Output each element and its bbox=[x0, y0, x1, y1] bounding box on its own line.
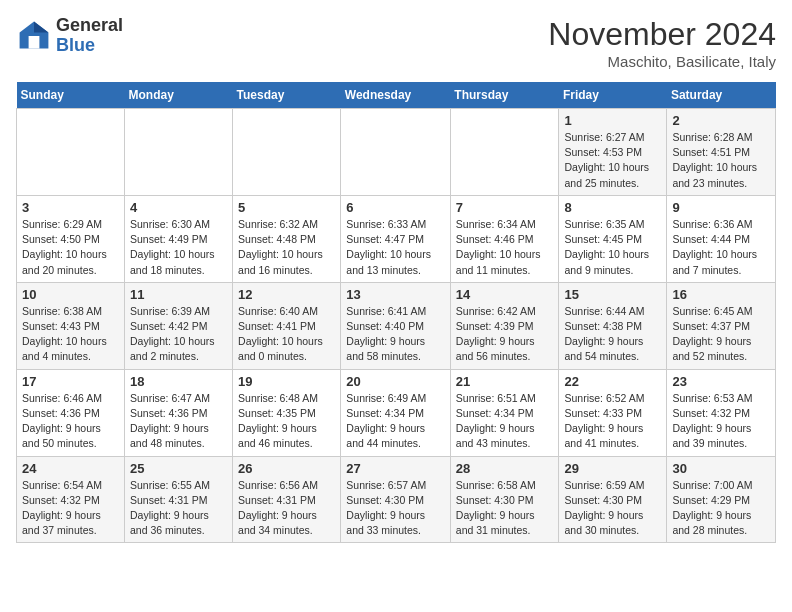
day-number: 20 bbox=[346, 374, 444, 389]
calendar-cell bbox=[341, 109, 450, 196]
day-info: Sunrise: 6:34 AM Sunset: 4:46 PM Dayligh… bbox=[456, 217, 554, 278]
day-number: 26 bbox=[238, 461, 335, 476]
svg-rect-2 bbox=[29, 36, 40, 49]
month-title: November 2024 bbox=[548, 16, 776, 53]
calendar-cell: 4Sunrise: 6:30 AM Sunset: 4:49 PM Daylig… bbox=[124, 195, 232, 282]
day-number: 12 bbox=[238, 287, 335, 302]
calendar-cell: 5Sunrise: 6:32 AM Sunset: 4:48 PM Daylig… bbox=[233, 195, 341, 282]
weekday-header: Saturday bbox=[667, 82, 776, 109]
weekday-header: Sunday bbox=[17, 82, 125, 109]
day-number: 25 bbox=[130, 461, 227, 476]
day-info: Sunrise: 6:51 AM Sunset: 4:34 PM Dayligh… bbox=[456, 391, 554, 452]
day-number: 10 bbox=[22, 287, 119, 302]
logo-icon bbox=[16, 18, 52, 54]
calendar-week-row: 10Sunrise: 6:38 AM Sunset: 4:43 PM Dayli… bbox=[17, 282, 776, 369]
day-info: Sunrise: 6:57 AM Sunset: 4:30 PM Dayligh… bbox=[346, 478, 444, 539]
day-number: 14 bbox=[456, 287, 554, 302]
calendar-week-row: 24Sunrise: 6:54 AM Sunset: 4:32 PM Dayli… bbox=[17, 456, 776, 543]
day-info: Sunrise: 6:46 AM Sunset: 4:36 PM Dayligh… bbox=[22, 391, 119, 452]
day-info: Sunrise: 7:00 AM Sunset: 4:29 PM Dayligh… bbox=[672, 478, 770, 539]
weekday-header: Friday bbox=[559, 82, 667, 109]
calendar-table: SundayMondayTuesdayWednesdayThursdayFrid… bbox=[16, 82, 776, 543]
calendar-week-row: 1Sunrise: 6:27 AM Sunset: 4:53 PM Daylig… bbox=[17, 109, 776, 196]
calendar-cell: 3Sunrise: 6:29 AM Sunset: 4:50 PM Daylig… bbox=[17, 195, 125, 282]
day-number: 11 bbox=[130, 287, 227, 302]
day-number: 1 bbox=[564, 113, 661, 128]
day-info: Sunrise: 6:27 AM Sunset: 4:53 PM Dayligh… bbox=[564, 130, 661, 191]
calendar-cell: 10Sunrise: 6:38 AM Sunset: 4:43 PM Dayli… bbox=[17, 282, 125, 369]
day-info: Sunrise: 6:32 AM Sunset: 4:48 PM Dayligh… bbox=[238, 217, 335, 278]
day-info: Sunrise: 6:52 AM Sunset: 4:33 PM Dayligh… bbox=[564, 391, 661, 452]
calendar-cell: 20Sunrise: 6:49 AM Sunset: 4:34 PM Dayli… bbox=[341, 369, 450, 456]
day-number: 27 bbox=[346, 461, 444, 476]
day-number: 2 bbox=[672, 113, 770, 128]
day-info: Sunrise: 6:33 AM Sunset: 4:47 PM Dayligh… bbox=[346, 217, 444, 278]
day-info: Sunrise: 6:35 AM Sunset: 4:45 PM Dayligh… bbox=[564, 217, 661, 278]
calendar-cell: 26Sunrise: 6:56 AM Sunset: 4:31 PM Dayli… bbox=[233, 456, 341, 543]
day-number: 7 bbox=[456, 200, 554, 215]
day-info: Sunrise: 6:55 AM Sunset: 4:31 PM Dayligh… bbox=[130, 478, 227, 539]
weekday-header: Tuesday bbox=[233, 82, 341, 109]
svg-marker-1 bbox=[34, 21, 48, 32]
day-number: 4 bbox=[130, 200, 227, 215]
calendar-cell: 7Sunrise: 6:34 AM Sunset: 4:46 PM Daylig… bbox=[450, 195, 559, 282]
logo-text: General Blue bbox=[56, 16, 123, 56]
calendar-cell: 28Sunrise: 6:58 AM Sunset: 4:30 PM Dayli… bbox=[450, 456, 559, 543]
day-info: Sunrise: 6:30 AM Sunset: 4:49 PM Dayligh… bbox=[130, 217, 227, 278]
day-info: Sunrise: 6:56 AM Sunset: 4:31 PM Dayligh… bbox=[238, 478, 335, 539]
calendar-week-row: 17Sunrise: 6:46 AM Sunset: 4:36 PM Dayli… bbox=[17, 369, 776, 456]
day-info: Sunrise: 6:59 AM Sunset: 4:30 PM Dayligh… bbox=[564, 478, 661, 539]
day-number: 21 bbox=[456, 374, 554, 389]
page-header: General Blue November 2024 Maschito, Bas… bbox=[16, 16, 776, 70]
day-number: 30 bbox=[672, 461, 770, 476]
calendar-cell: 17Sunrise: 6:46 AM Sunset: 4:36 PM Dayli… bbox=[17, 369, 125, 456]
calendar-cell bbox=[233, 109, 341, 196]
weekday-header: Thursday bbox=[450, 82, 559, 109]
calendar-cell: 12Sunrise: 6:40 AM Sunset: 4:41 PM Dayli… bbox=[233, 282, 341, 369]
calendar-cell: 19Sunrise: 6:48 AM Sunset: 4:35 PM Dayli… bbox=[233, 369, 341, 456]
day-info: Sunrise: 6:45 AM Sunset: 4:37 PM Dayligh… bbox=[672, 304, 770, 365]
day-info: Sunrise: 6:28 AM Sunset: 4:51 PM Dayligh… bbox=[672, 130, 770, 191]
calendar-cell: 25Sunrise: 6:55 AM Sunset: 4:31 PM Dayli… bbox=[124, 456, 232, 543]
day-info: Sunrise: 6:49 AM Sunset: 4:34 PM Dayligh… bbox=[346, 391, 444, 452]
calendar-cell: 11Sunrise: 6:39 AM Sunset: 4:42 PM Dayli… bbox=[124, 282, 232, 369]
calendar-cell: 29Sunrise: 6:59 AM Sunset: 4:30 PM Dayli… bbox=[559, 456, 667, 543]
day-number: 22 bbox=[564, 374, 661, 389]
weekday-header: Monday bbox=[124, 82, 232, 109]
day-number: 15 bbox=[564, 287, 661, 302]
logo-blue: Blue bbox=[56, 35, 95, 55]
day-number: 16 bbox=[672, 287, 770, 302]
logo: General Blue bbox=[16, 16, 123, 56]
location: Maschito, Basilicate, Italy bbox=[548, 53, 776, 70]
day-info: Sunrise: 6:58 AM Sunset: 4:30 PM Dayligh… bbox=[456, 478, 554, 539]
day-number: 18 bbox=[130, 374, 227, 389]
calendar-cell: 22Sunrise: 6:52 AM Sunset: 4:33 PM Dayli… bbox=[559, 369, 667, 456]
calendar-week-row: 3Sunrise: 6:29 AM Sunset: 4:50 PM Daylig… bbox=[17, 195, 776, 282]
calendar-cell: 18Sunrise: 6:47 AM Sunset: 4:36 PM Dayli… bbox=[124, 369, 232, 456]
day-number: 24 bbox=[22, 461, 119, 476]
calendar-cell bbox=[17, 109, 125, 196]
title-block: November 2024 Maschito, Basilicate, Ital… bbox=[548, 16, 776, 70]
day-number: 9 bbox=[672, 200, 770, 215]
weekday-header-row: SundayMondayTuesdayWednesdayThursdayFrid… bbox=[17, 82, 776, 109]
calendar-cell: 24Sunrise: 6:54 AM Sunset: 4:32 PM Dayli… bbox=[17, 456, 125, 543]
calendar-cell: 30Sunrise: 7:00 AM Sunset: 4:29 PM Dayli… bbox=[667, 456, 776, 543]
calendar-cell: 27Sunrise: 6:57 AM Sunset: 4:30 PM Dayli… bbox=[341, 456, 450, 543]
day-info: Sunrise: 6:48 AM Sunset: 4:35 PM Dayligh… bbox=[238, 391, 335, 452]
calendar-cell: 21Sunrise: 6:51 AM Sunset: 4:34 PM Dayli… bbox=[450, 369, 559, 456]
calendar-cell: 23Sunrise: 6:53 AM Sunset: 4:32 PM Dayli… bbox=[667, 369, 776, 456]
calendar-cell: 15Sunrise: 6:44 AM Sunset: 4:38 PM Dayli… bbox=[559, 282, 667, 369]
day-number: 19 bbox=[238, 374, 335, 389]
day-number: 17 bbox=[22, 374, 119, 389]
day-info: Sunrise: 6:53 AM Sunset: 4:32 PM Dayligh… bbox=[672, 391, 770, 452]
calendar-cell: 1Sunrise: 6:27 AM Sunset: 4:53 PM Daylig… bbox=[559, 109, 667, 196]
calendar-cell bbox=[124, 109, 232, 196]
weekday-header: Wednesday bbox=[341, 82, 450, 109]
day-number: 28 bbox=[456, 461, 554, 476]
calendar-cell: 14Sunrise: 6:42 AM Sunset: 4:39 PM Dayli… bbox=[450, 282, 559, 369]
day-info: Sunrise: 6:47 AM Sunset: 4:36 PM Dayligh… bbox=[130, 391, 227, 452]
day-info: Sunrise: 6:42 AM Sunset: 4:39 PM Dayligh… bbox=[456, 304, 554, 365]
day-info: Sunrise: 6:40 AM Sunset: 4:41 PM Dayligh… bbox=[238, 304, 335, 365]
day-number: 29 bbox=[564, 461, 661, 476]
day-info: Sunrise: 6:29 AM Sunset: 4:50 PM Dayligh… bbox=[22, 217, 119, 278]
